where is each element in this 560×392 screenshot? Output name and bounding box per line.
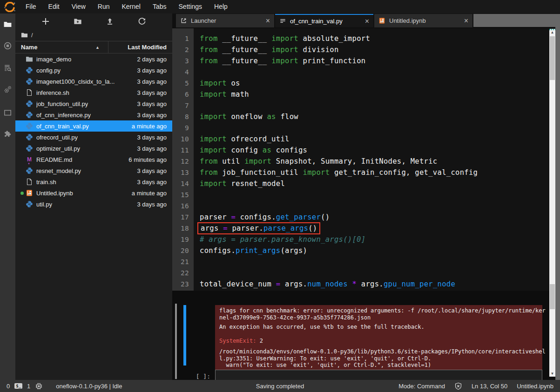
code-line-6[interactable]: 6import math <box>172 89 549 100</box>
new-launcher-icon[interactable] <box>41 17 50 26</box>
status-right: Mode: Command Ln 13, Col 50 Untitled.ipy… <box>398 382 553 390</box>
scroll-down-icon[interactable]: ▼ <box>549 371 555 377</box>
code-line-8[interactable]: 8import oneflow as flow <box>172 111 549 122</box>
active-filename[interactable]: Untitled.ipynb <box>517 383 553 390</box>
file-modified: 3 days ago <box>137 134 167 141</box>
code-line-9[interactable]: 9 <box>172 122 549 133</box>
scrollbar[interactable]: ▲ ▼ <box>549 29 555 377</box>
scroll-up-icon[interactable]: ▲ <box>549 29 555 35</box>
file-folder-icon <box>26 55 33 63</box>
code-line-19[interactable]: 19# args = parser.parse_known_args()[0] <box>172 234 549 245</box>
column-last-modified[interactable]: Last Modified <box>128 44 167 51</box>
file-row[interactable]: inference.sh3 days ago <box>15 87 172 98</box>
menu-item-kernel[interactable]: Kernel <box>115 0 146 13</box>
output-line: nel-d37099e9-7563-42ce-9937-a5b35f774286… <box>219 314 538 321</box>
column-divider <box>108 41 108 53</box>
tab-of-cnn-train-val-py[interactable]: of_cnn_train_val.py× <box>275 14 373 27</box>
close-icon[interactable]: × <box>460 17 468 25</box>
sidebar-gears-icon[interactable] <box>0 79 15 100</box>
code-text: import config as configs <box>194 145 307 156</box>
code-line-15[interactable]: 15 <box>172 189 549 200</box>
code-line-20[interactable]: 20configs.print_args(args) <box>172 245 549 256</box>
menu-item-file[interactable]: File <box>20 0 42 13</box>
breadcrumb[interactable]: / <box>15 29 172 41</box>
file-row[interactable]: job_function_util.py3 days ago <box>15 98 172 109</box>
tab-bar-filler <box>473 14 560 27</box>
tab-label: Launcher <box>191 17 262 24</box>
code-line-10[interactable]: 10import ofrecord_util <box>172 133 549 145</box>
file-modified: a minute ago <box>132 123 167 130</box>
line-number: 18 <box>172 223 194 234</box>
code-line-4[interactable]: 4 <box>172 66 549 78</box>
python-file-icon <box>26 66 33 74</box>
file-row[interactable]: of_cnn_train_val.pya minute ago <box>15 120 172 132</box>
code-line-16[interactable]: 16 <box>172 200 549 212</box>
close-icon[interactable]: × <box>262 17 270 25</box>
left-sidebar <box>0 13 15 380</box>
code-line-7[interactable]: 7 <box>172 100 549 111</box>
menu-item-run[interactable]: Run <box>92 0 116 13</box>
file-row[interactable]: util.py3 days ago <box>15 199 172 210</box>
sidebar-extensions-icon[interactable] <box>0 123 15 145</box>
file-row[interactable]: ofrecord_util.py3 days ago <box>15 132 172 143</box>
tab-launcher[interactable]: Launcher× <box>176 14 274 27</box>
close-icon[interactable]: × <box>361 17 369 26</box>
code-text: # args = parser.parse_known_args()[0] <box>194 234 365 245</box>
code-line-18[interactable]: 18args = parser.parse_args() <box>172 223 549 234</box>
menu-item-help[interactable]: Help <box>208 0 234 13</box>
cursor-position[interactable]: Ln 13, Col 50 <box>472 383 507 390</box>
breadcrumb-root[interactable]: / <box>31 32 33 39</box>
refresh-icon[interactable] <box>138 17 146 26</box>
code-line-23[interactable]: 23total_device_num = args.num_nodes * ar… <box>172 279 549 290</box>
new-folder-icon[interactable] <box>74 17 82 26</box>
file-row[interactable]: config.py3 days ago <box>15 65 172 76</box>
code-line-13[interactable]: 13from job_function_util import get_trai… <box>172 167 549 178</box>
file-row[interactable]: optimizer_util.py3 days ago <box>15 143 172 154</box>
file-row[interactable]: of_cnn_inference.py3 days ago <box>15 109 172 120</box>
scrollbar-thumb-output[interactable] <box>550 284 555 309</box>
code-line-5[interactable]: 5import os <box>172 78 549 89</box>
code-line-14[interactable]: 14import resnet_model <box>172 178 549 189</box>
file-row[interactable]: Untitled.ipynba minute ago <box>15 187 172 199</box>
menu-items: FileEditViewRunKernelTabsSettingsHelp <box>20 0 234 13</box>
code-line-2[interactable]: 2from __future__ import division <box>172 44 549 55</box>
menu-item-settings[interactable]: Settings <box>173 0 209 13</box>
file-row[interactable]: resnet_model.py3 days ago <box>15 165 172 176</box>
python-file-icon <box>26 78 33 85</box>
line-number: 6 <box>172 89 194 100</box>
shield-cross-icon[interactable] <box>454 382 462 390</box>
sidebar-inspector-icon[interactable] <box>0 57 15 79</box>
code-line-21[interactable]: 21 <box>172 256 549 267</box>
editor-mode[interactable]: Mode: Command <box>398 383 445 390</box>
file-row[interactable]: image_demo2 days ago <box>15 53 172 65</box>
code-line-22[interactable]: 22 <box>172 267 549 279</box>
python-file-icon <box>26 167 33 174</box>
code-line-3[interactable]: 3from __future__ import print_function <box>172 55 549 66</box>
column-name[interactable]: Name <box>15 44 37 51</box>
code-lines: 1from __future__ import absolute_import2… <box>172 33 549 290</box>
file-row[interactable]: imagenet1000_clsidx_to_la...3 days ago <box>15 76 172 87</box>
python-file-icon <box>26 122 33 130</box>
sidebar-open-tabs-icon[interactable] <box>0 102 15 123</box>
line-number: 14 <box>172 178 194 189</box>
menu-item-tabs[interactable]: Tabs <box>147 0 173 13</box>
scrollbar-thumb-editor[interactable] <box>550 36 555 80</box>
output-line: /root/miniconda3/envs/oneflow-0.1.0-py36… <box>219 348 538 355</box>
code-text <box>194 200 200 212</box>
menu-item-edit[interactable]: Edit <box>42 0 66 13</box>
code-text <box>194 267 200 279</box>
tab-untitled-ipynb[interactable]: Untitled.ipynb× <box>374 14 472 27</box>
code-line-12[interactable]: 12from util import Snapshot, Summary, In… <box>172 156 549 167</box>
code-editor[interactable]: 1from __future__ import absolute_import2… <box>172 28 549 291</box>
sidebar-running-sessions-icon[interactable] <box>0 35 15 56</box>
file-row[interactable]: train.sh3 days ago <box>15 176 172 187</box>
upload-icon[interactable] <box>106 17 114 26</box>
code-line-17[interactable]: 17parser = configs.get_parser() <box>172 212 549 223</box>
line-number: 15 <box>172 189 194 200</box>
running-kernel-dot <box>20 192 24 195</box>
code-line-11[interactable]: 11import config as configs <box>172 145 549 156</box>
sidebar-folder-icon[interactable] <box>0 13 15 35</box>
menu-item-view[interactable]: View <box>66 0 92 13</box>
code-line-1[interactable]: 1from __future__ import absolute_import <box>172 33 549 44</box>
file-row[interactable]: M▼README.md6 minutes ago <box>15 154 172 165</box>
